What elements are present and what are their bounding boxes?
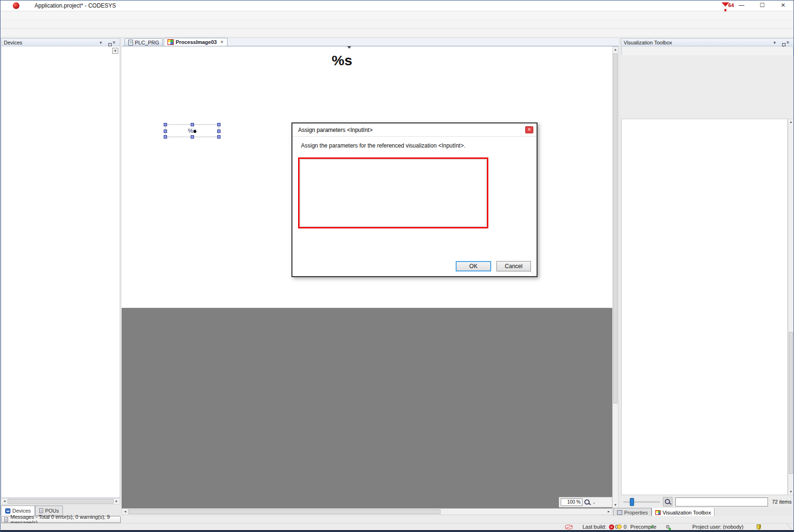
slider-handle[interactable] — [630, 498, 634, 506]
cancel-button[interactable]: Cancel — [496, 261, 531, 271]
maximize-button[interactable]: ☐ — [752, 0, 773, 11]
minimize-button[interactable]: — — [731, 0, 752, 11]
icon-size-slider[interactable] — [623, 501, 660, 503]
scroll-right-icon[interactable]: ► — [114, 498, 120, 504]
bottom-dock-row: Messages - Total 0 error(s), 0 warning(s… — [0, 516, 794, 523]
precompile-ok-icon: ✔ — [650, 523, 654, 530]
editor-horizontal-scrollbar[interactable]: ◄ ► — [122, 508, 612, 515]
scrollbar-thumb[interactable] — [8, 499, 114, 504]
compile-gear-icon: ⚙ — [665, 524, 670, 530]
toolbox-panel-header: Visualization Toolbox ▾ ✕ — [621, 38, 794, 46]
resize-handle-s[interactable] — [191, 135, 194, 139]
panel-close-icon[interactable]: ✕ — [785, 40, 791, 45]
dialog-resize-grip[interactable]: ⋱ — [531, 271, 536, 276]
messages-panel-tab[interactable]: Messages - Total 0 error(s), 0 warning(s… — [1, 516, 121, 523]
scroll-right-icon[interactable]: ► — [606, 509, 612, 515]
zoom-chevron-icon[interactable]: ⌄ — [592, 500, 596, 505]
scroll-left-icon[interactable]: ◄ — [1, 498, 8, 504]
resize-handle-nw[interactable] — [164, 123, 167, 126]
messages-icon — [4, 517, 8, 522]
annotation-rectangle-table — [298, 157, 488, 228]
scroll-down-icon[interactable]: ▼ — [613, 502, 618, 508]
items-count: 72 items — [771, 499, 792, 505]
dialog-description: Assign the parameters for the referenced… — [301, 142, 466, 149]
selected-visualization-element[interactable]: %s — [165, 124, 219, 137]
editor-zoom-control: 100 % ⌄ — [559, 497, 612, 507]
dialog-title: Assign parameters <InputInt> — [292, 123, 537, 137]
window-resize-grip[interactable]: ⋱ — [787, 523, 792, 530]
search-button[interactable] — [663, 497, 672, 506]
project-user: Project user: (nobody) — [692, 524, 743, 530]
assign-parameters-dialog: Assign parameters <InputInt> ✕ Assign th… — [291, 122, 538, 277]
codesys-logo-icon — [13, 2, 19, 9]
close-button[interactable]: ✕ — [773, 0, 794, 11]
devices-panel-title: Devices — [4, 40, 22, 45]
parameters-table — [300, 159, 486, 227]
devices-horizontal-scrollbar[interactable]: ◄ ► — [1, 498, 120, 505]
device-combo-chevron-icon[interactable]: ▾ — [112, 48, 118, 54]
security-shield-icon — [757, 524, 761, 530]
visualization-icon — [168, 39, 174, 45]
tab-processimage03[interactable]: ProcessImage03 ✕ — [164, 38, 227, 46]
status-bar: Last build: ✕ 0 0 Precompile ✔ ⚙ Project… — [0, 523, 794, 530]
scroll-up-icon[interactable]: ▲ — [788, 119, 794, 125]
editor-vertical-scrollbar[interactable]: ▲ ▼ — [612, 46, 618, 508]
cloud-offline-icon — [565, 525, 573, 529]
toolbox-vertical-scrollbar[interactable]: ▲ ▼ — [788, 119, 794, 495]
properties-tab-icon — [617, 510, 622, 515]
scroll-down-icon[interactable]: ▼ — [788, 489, 794, 495]
dialog-close-icon[interactable]: ✕ — [525, 126, 533, 133]
panel-menu-chevron-icon[interactable]: ▾ — [771, 40, 778, 45]
menu-bar — [0, 11, 794, 20]
visualization-toolbox-tab-icon — [655, 510, 661, 515]
ok-button[interactable]: OK — [456, 261, 491, 271]
panel-menu-chevron-icon[interactable]: ▾ — [97, 40, 104, 45]
codesys-window: Application.project* - CODESYS 64 — ☐ ✕ … — [0, 0, 794, 532]
resize-handle-w[interactable] — [164, 130, 167, 133]
element-center-marker — [194, 130, 196, 133]
splitter-grip-icon[interactable] — [347, 46, 351, 49]
panel-close-icon[interactable]: ✕ — [111, 40, 117, 45]
zoom-value[interactable]: 100 % — [561, 498, 582, 506]
zoom-magnifier-icon[interactable] — [584, 499, 591, 506]
devices-panel-header: Devices ▾ ✕ — [1, 38, 120, 46]
scroll-up-icon[interactable]: ▲ — [613, 47, 618, 52]
bottom-edge-strip — [0, 530, 794, 532]
resize-handle-se[interactable] — [217, 135, 221, 139]
scroll-left-icon[interactable]: ◄ — [122, 509, 128, 515]
toolbox-panel-title: Visualization Toolbox — [624, 40, 672, 45]
pous-tab-icon — [39, 508, 43, 513]
resize-handle-n[interactable] — [191, 123, 194, 126]
editor-tab-bar: PLC_PRG ProcessImage03 ✕ — [122, 38, 618, 46]
devices-tree: ▾ — [1, 46, 120, 498]
scrollbar-thumb[interactable] — [789, 332, 793, 474]
pou-icon — [128, 40, 133, 45]
visualization-toolbar — [0, 29, 794, 37]
toolbox-search-input[interactable] — [675, 497, 768, 506]
toolbox-items-grid — [621, 119, 788, 495]
resize-handle-sw[interactable] — [164, 135, 167, 139]
resize-handle-ne[interactable] — [217, 123, 221, 126]
main-toolbar — [0, 20, 794, 29]
toolbox-bottom-bar: 72 items — [621, 496, 794, 507]
title-bar: Application.project* - CODESYS 64 — ☐ ✕ — [0, 0, 794, 11]
tab-close-icon[interactable]: ✕ — [220, 40, 224, 44]
last-build-label: Last build: — [582, 524, 606, 530]
tab-plc-prg[interactable]: PLC_PRG — [124, 38, 163, 46]
scrollbar-thumb[interactable] — [128, 509, 441, 514]
toolbox-toolbar — [621, 47, 794, 55]
error-icon: ✕ — [609, 524, 614, 530]
warning-count: 0 — [624, 524, 626, 530]
devices-tab-icon — [5, 508, 10, 514]
resize-handle-e[interactable] — [217, 130, 221, 133]
scrollbar-thumb[interactable] — [613, 53, 618, 403]
window-title: Application.project* - CODESYS — [35, 2, 116, 9]
search-icon — [664, 498, 671, 506]
visualization-title-text: %s — [332, 52, 352, 69]
